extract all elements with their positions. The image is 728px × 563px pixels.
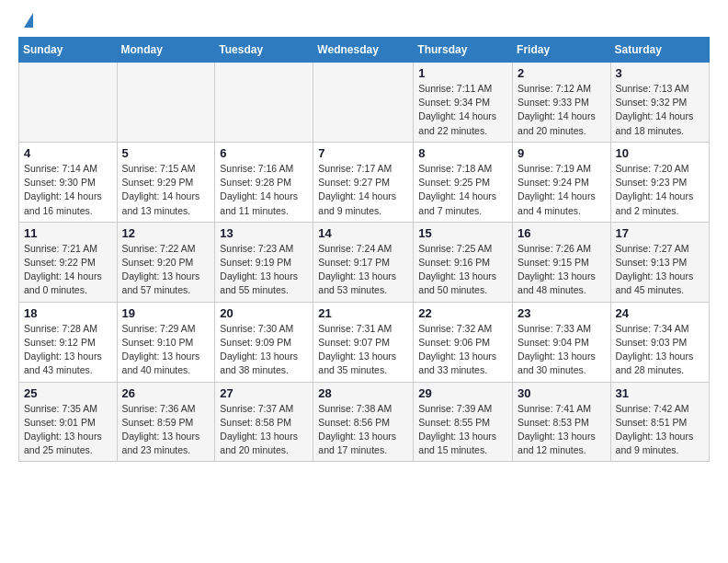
calendar-cell: 29Sunrise: 7:39 AM Sunset: 8:55 PM Dayli…	[414, 382, 513, 462]
day-info: Sunrise: 7:27 AM Sunset: 9:13 PM Dayligh…	[616, 242, 704, 298]
calendar-cell: 27Sunrise: 7:37 AM Sunset: 8:58 PM Dayli…	[215, 382, 313, 462]
day-number: 12	[122, 226, 210, 240]
calendar-page: SundayMondayTuesdayWednesdayThursdayFrid…	[0, 0, 728, 477]
day-number: 25	[24, 386, 112, 400]
calendar-week-row: 1Sunrise: 7:11 AM Sunset: 9:34 PM Daylig…	[19, 63, 710, 143]
calendar-cell: 13Sunrise: 7:23 AM Sunset: 9:19 PM Dayli…	[215, 222, 313, 302]
calendar-cell: 19Sunrise: 7:29 AM Sunset: 9:10 PM Dayli…	[117, 302, 215, 382]
calendar-cell: 6Sunrise: 7:16 AM Sunset: 9:28 PM Daylig…	[215, 142, 313, 222]
day-number: 1	[418, 66, 507, 80]
calendar-cell: 17Sunrise: 7:27 AM Sunset: 9:13 PM Dayli…	[610, 222, 709, 302]
day-info: Sunrise: 7:17 AM Sunset: 9:27 PM Dayligh…	[318, 162, 408, 218]
day-info: Sunrise: 7:22 AM Sunset: 9:20 PM Dayligh…	[122, 242, 210, 298]
day-info: Sunrise: 7:35 AM Sunset: 9:01 PM Dayligh…	[24, 402, 112, 458]
calendar-cell: 25Sunrise: 7:35 AM Sunset: 9:01 PM Dayli…	[19, 382, 118, 462]
day-number: 2	[518, 66, 606, 80]
day-info: Sunrise: 7:26 AM Sunset: 9:15 PM Dayligh…	[518, 242, 606, 298]
day-info: Sunrise: 7:25 AM Sunset: 9:16 PM Dayligh…	[418, 242, 507, 298]
day-info: Sunrise: 7:21 AM Sunset: 9:22 PM Dayligh…	[24, 242, 112, 298]
day-number: 6	[220, 146, 308, 160]
day-info: Sunrise: 7:37 AM Sunset: 8:58 PM Dayligh…	[220, 402, 308, 458]
day-number: 19	[122, 306, 210, 320]
calendar-cell: 30Sunrise: 7:41 AM Sunset: 8:53 PM Dayli…	[513, 382, 611, 462]
day-number: 24	[616, 306, 704, 320]
day-info: Sunrise: 7:39 AM Sunset: 8:55 PM Dayligh…	[418, 402, 507, 458]
calendar-cell: 11Sunrise: 7:21 AM Sunset: 9:22 PM Dayli…	[19, 222, 118, 302]
weekday-header-friday: Friday	[513, 38, 611, 63]
calendar-cell: 8Sunrise: 7:18 AM Sunset: 9:25 PM Daylig…	[414, 142, 513, 222]
day-info: Sunrise: 7:32 AM Sunset: 9:06 PM Dayligh…	[418, 322, 507, 378]
calendar-cell: 4Sunrise: 7:14 AM Sunset: 9:30 PM Daylig…	[19, 142, 118, 222]
calendar-week-row: 4Sunrise: 7:14 AM Sunset: 9:30 PM Daylig…	[19, 142, 710, 222]
day-info: Sunrise: 7:38 AM Sunset: 8:56 PM Dayligh…	[318, 402, 408, 458]
day-number: 28	[318, 386, 408, 400]
day-info: Sunrise: 7:16 AM Sunset: 9:28 PM Dayligh…	[220, 162, 308, 218]
day-number: 9	[518, 146, 606, 160]
calendar-cell: 14Sunrise: 7:24 AM Sunset: 9:17 PM Dayli…	[313, 222, 414, 302]
day-number: 18	[24, 306, 112, 320]
calendar-week-row: 18Sunrise: 7:28 AM Sunset: 9:12 PM Dayli…	[19, 302, 710, 382]
day-info: Sunrise: 7:11 AM Sunset: 9:34 PM Dayligh…	[418, 82, 507, 138]
calendar-cell: 18Sunrise: 7:28 AM Sunset: 9:12 PM Dayli…	[19, 302, 118, 382]
day-info: Sunrise: 7:20 AM Sunset: 9:23 PM Dayligh…	[616, 162, 704, 218]
day-number: 5	[122, 146, 210, 160]
weekday-header-tuesday: Tuesday	[215, 38, 313, 63]
logo	[18, 15, 33, 28]
day-info: Sunrise: 7:24 AM Sunset: 9:17 PM Dayligh…	[318, 242, 408, 298]
day-info: Sunrise: 7:13 AM Sunset: 9:32 PM Dayligh…	[616, 82, 704, 138]
day-info: Sunrise: 7:15 AM Sunset: 9:29 PM Dayligh…	[122, 162, 210, 218]
weekday-header-row: SundayMondayTuesdayWednesdayThursdayFrid…	[19, 38, 710, 63]
calendar-cell: 28Sunrise: 7:38 AM Sunset: 8:56 PM Dayli…	[313, 382, 414, 462]
day-info: Sunrise: 7:18 AM Sunset: 9:25 PM Dayligh…	[418, 162, 507, 218]
day-number: 16	[518, 226, 606, 240]
calendar-cell: 23Sunrise: 7:33 AM Sunset: 9:04 PM Dayli…	[513, 302, 611, 382]
day-number: 13	[220, 226, 308, 240]
calendar-cell: 20Sunrise: 7:30 AM Sunset: 9:09 PM Dayli…	[215, 302, 313, 382]
weekday-header-sunday: Sunday	[19, 38, 118, 63]
day-number: 3	[616, 66, 704, 80]
day-info: Sunrise: 7:34 AM Sunset: 9:03 PM Dayligh…	[616, 322, 704, 378]
calendar-table: SundayMondayTuesdayWednesdayThursdayFrid…	[18, 37, 710, 462]
day-number: 11	[24, 226, 112, 240]
calendar-cell: 12Sunrise: 7:22 AM Sunset: 9:20 PM Dayli…	[117, 222, 215, 302]
calendar-cell: 1Sunrise: 7:11 AM Sunset: 9:34 PM Daylig…	[414, 63, 513, 143]
day-number: 8	[418, 146, 507, 160]
day-number: 21	[318, 306, 408, 320]
day-info: Sunrise: 7:14 AM Sunset: 9:30 PM Dayligh…	[24, 162, 112, 218]
calendar-cell	[117, 63, 215, 143]
day-number: 23	[518, 306, 606, 320]
day-number: 26	[122, 386, 210, 400]
calendar-week-row: 25Sunrise: 7:35 AM Sunset: 9:01 PM Dayli…	[19, 382, 710, 462]
weekday-header-thursday: Thursday	[414, 38, 513, 63]
day-info: Sunrise: 7:19 AM Sunset: 9:24 PM Dayligh…	[518, 162, 606, 218]
logo-arrow-icon	[24, 13, 33, 28]
calendar-cell: 16Sunrise: 7:26 AM Sunset: 9:15 PM Dayli…	[513, 222, 611, 302]
day-number: 30	[518, 386, 606, 400]
calendar-cell: 9Sunrise: 7:19 AM Sunset: 9:24 PM Daylig…	[513, 142, 611, 222]
day-number: 27	[220, 386, 308, 400]
weekday-header-wednesday: Wednesday	[313, 38, 414, 63]
calendar-week-row: 11Sunrise: 7:21 AM Sunset: 9:22 PM Dayli…	[19, 222, 710, 302]
calendar-cell	[313, 63, 414, 143]
day-info: Sunrise: 7:23 AM Sunset: 9:19 PM Dayligh…	[220, 242, 308, 298]
day-info: Sunrise: 7:29 AM Sunset: 9:10 PM Dayligh…	[122, 322, 210, 378]
day-number: 15	[418, 226, 507, 240]
weekday-header-monday: Monday	[117, 38, 215, 63]
calendar-cell	[19, 63, 118, 143]
day-info: Sunrise: 7:33 AM Sunset: 9:04 PM Dayligh…	[518, 322, 606, 378]
day-info: Sunrise: 7:28 AM Sunset: 9:12 PM Dayligh…	[24, 322, 112, 378]
day-info: Sunrise: 7:30 AM Sunset: 9:09 PM Dayligh…	[220, 322, 308, 378]
calendar-cell: 31Sunrise: 7:42 AM Sunset: 8:51 PM Dayli…	[610, 382, 709, 462]
day-info: Sunrise: 7:36 AM Sunset: 8:59 PM Dayligh…	[122, 402, 210, 458]
day-number: 14	[318, 226, 408, 240]
calendar-cell	[215, 63, 313, 143]
day-number: 7	[318, 146, 408, 160]
calendar-cell: 5Sunrise: 7:15 AM Sunset: 9:29 PM Daylig…	[117, 142, 215, 222]
day-info: Sunrise: 7:31 AM Sunset: 9:07 PM Dayligh…	[318, 322, 408, 378]
day-number: 4	[24, 146, 112, 160]
calendar-cell: 26Sunrise: 7:36 AM Sunset: 8:59 PM Dayli…	[117, 382, 215, 462]
day-info: Sunrise: 7:41 AM Sunset: 8:53 PM Dayligh…	[518, 402, 606, 458]
day-number: 20	[220, 306, 308, 320]
weekday-header-saturday: Saturday	[610, 38, 709, 63]
day-number: 10	[616, 146, 704, 160]
